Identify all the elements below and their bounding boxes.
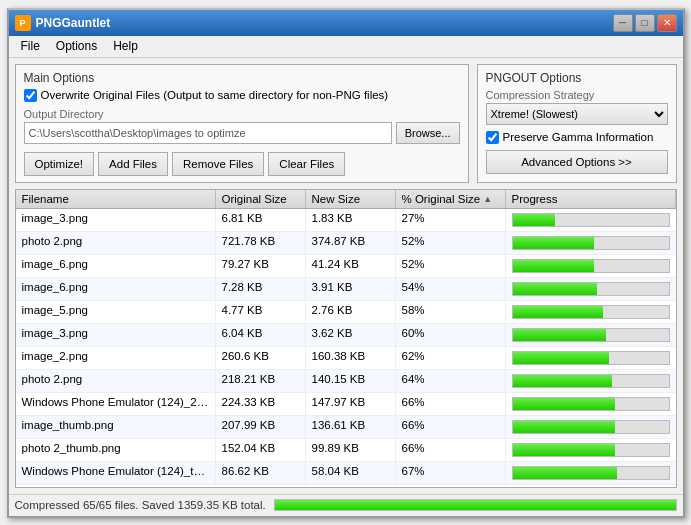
- td-original-size: 86.62 KB: [216, 462, 306, 484]
- table-row[interactable]: image_5.png 4.77 KB 2.76 KB 58%: [16, 301, 676, 324]
- window-title: PNGGauntlet: [36, 16, 111, 30]
- td-original-size: 721.78 KB: [216, 232, 306, 254]
- content-area: Main Options Overwrite Original Files (O…: [9, 58, 683, 494]
- td-progress: [506, 462, 676, 484]
- td-pct: 66%: [396, 439, 506, 461]
- table-row[interactable]: photo 2.png 218.21 KB 140.15 KB 64%: [16, 370, 676, 393]
- td-filename: image_3.png: [16, 324, 216, 346]
- td-new-size: 2.76 KB: [306, 301, 396, 323]
- td-original-size: 6.04 KB: [216, 324, 306, 346]
- td-original-size: 218.21 KB: [216, 370, 306, 392]
- td-original-size: 152.04 KB: [216, 439, 306, 461]
- progress-bar-bg: [512, 328, 670, 342]
- td-filename: image_6.png: [16, 278, 216, 300]
- table-row[interactable]: photo 2.png 721.78 KB 374.87 KB 52%: [16, 232, 676, 255]
- table-row[interactable]: image_6.png 7.28 KB 3.91 KB 54%: [16, 278, 676, 301]
- table-row[interactable]: image_2.png 260.6 KB 160.38 KB 62%: [16, 347, 676, 370]
- td-new-size: 136.61 KB: [306, 416, 396, 438]
- td-filename: Windows Phone Emulator (124)_2....: [16, 393, 216, 415]
- progress-bar-bg: [512, 374, 670, 388]
- td-pct: 60%: [396, 324, 506, 346]
- td-pct: 62%: [396, 347, 506, 369]
- td-original-size: 4.77 KB: [216, 301, 306, 323]
- td-pct: 27%: [396, 209, 506, 231]
- progress-bar-bg: [512, 236, 670, 250]
- menubar: File Options Help: [9, 36, 683, 58]
- menu-help[interactable]: Help: [105, 37, 146, 55]
- td-filename: image_2.png: [16, 347, 216, 369]
- progress-bar-fill: [513, 375, 613, 387]
- output-dir-label: Output Directory: [24, 108, 460, 120]
- action-buttons-row: Optimize! Add Files Remove Files Clear F…: [24, 152, 460, 176]
- progress-bar-fill: [513, 398, 616, 410]
- table-row[interactable]: photo 2_thumb.png 152.04 KB 99.89 KB 66%: [16, 439, 676, 462]
- td-original-size: 79.27 KB: [216, 255, 306, 277]
- menu-options[interactable]: Options: [48, 37, 105, 55]
- td-new-size: 99.89 KB: [306, 439, 396, 461]
- title-bar: P PNGGauntlet ─ □ ✕: [9, 10, 683, 36]
- td-new-size: 160.38 KB: [306, 347, 396, 369]
- table-row[interactable]: image_thumb.png 207.99 KB 136.61 KB 66%: [16, 416, 676, 439]
- remove-files-button[interactable]: Remove Files: [172, 152, 264, 176]
- sort-arrow-icon: ▲: [483, 194, 492, 204]
- status-text: Compressed 65/65 files. Saved 1359.35 KB…: [15, 499, 266, 511]
- progress-bar-bg: [512, 420, 670, 434]
- output-dir-input[interactable]: [24, 122, 392, 144]
- td-progress: [506, 232, 676, 254]
- preserve-gamma-row: Preserve Gamma Information: [486, 131, 668, 144]
- table-row[interactable]: image_3.png 6.04 KB 3.62 KB 60%: [16, 324, 676, 347]
- th-progress[interactable]: Progress: [506, 190, 676, 208]
- td-pct: 67%: [396, 462, 506, 484]
- td-progress: [506, 370, 676, 392]
- td-filename: image_6.png: [16, 255, 216, 277]
- preserve-gamma-checkbox[interactable]: [486, 131, 499, 144]
- progress-bar-fill: [513, 467, 618, 479]
- main-window: P PNGGauntlet ─ □ ✕ File Options Help Ma…: [7, 8, 685, 518]
- progress-bar-fill: [513, 237, 594, 249]
- td-new-size: 3.62 KB: [306, 324, 396, 346]
- top-panels: Main Options Overwrite Original Files (O…: [15, 64, 677, 183]
- advanced-options-button[interactable]: Advanced Options >>: [486, 150, 668, 174]
- td-new-size: 3.91 KB: [306, 278, 396, 300]
- output-dir-row: Browse...: [24, 122, 460, 144]
- th-pct-original[interactable]: % Original Size ▲: [396, 190, 506, 208]
- progress-bar-fill: [513, 329, 607, 341]
- clear-files-button[interactable]: Clear Files: [268, 152, 345, 176]
- compression-strategy-label: Compression Strategy: [486, 89, 668, 101]
- close-button[interactable]: ✕: [657, 14, 677, 32]
- td-pct: 54%: [396, 278, 506, 300]
- td-new-size: 374.87 KB: [306, 232, 396, 254]
- overwrite-label: Overwrite Original Files (Output to same…: [41, 89, 389, 101]
- progress-bar-bg: [512, 466, 670, 480]
- th-filename[interactable]: Filename: [16, 190, 216, 208]
- minimize-button[interactable]: ─: [613, 14, 633, 32]
- menu-file[interactable]: File: [13, 37, 48, 55]
- add-files-button[interactable]: Add Files: [98, 152, 168, 176]
- th-new-size[interactable]: New Size: [306, 190, 396, 208]
- table-row[interactable]: image_6.png 79.27 KB 41.24 KB 52%: [16, 255, 676, 278]
- compression-strategy-select[interactable]: Xtreme! (Slowest) Intense Longest Match …: [486, 103, 668, 125]
- table-row[interactable]: image_3.png 6.81 KB 1.83 KB 27%: [16, 209, 676, 232]
- progress-bar-bg: [512, 213, 670, 227]
- maximize-button[interactable]: □: [635, 14, 655, 32]
- table-row[interactable]: Windows Phone Emulator (124)_th... 86.62…: [16, 462, 676, 485]
- preserve-gamma-label: Preserve Gamma Information: [503, 131, 654, 143]
- td-filename: image_5.png: [16, 301, 216, 323]
- optimize-button[interactable]: Optimize!: [24, 152, 95, 176]
- td-pct: 66%: [396, 393, 506, 415]
- td-new-size: 147.97 KB: [306, 393, 396, 415]
- progress-bar-fill: [513, 421, 616, 433]
- browse-button[interactable]: Browse...: [396, 122, 460, 144]
- table-row[interactable]: Windows Phone Emulator (124)_2.... 224.3…: [16, 393, 676, 416]
- td-original-size: 7.28 KB: [216, 278, 306, 300]
- overwrite-checkbox[interactable]: [24, 89, 37, 102]
- td-filename: image_thumb.png: [16, 416, 216, 438]
- td-original-size: 224.33 KB: [216, 393, 306, 415]
- progress-bar-bg: [512, 282, 670, 296]
- td-filename: photo 2.png: [16, 232, 216, 254]
- progress-bar-fill: [513, 283, 597, 295]
- status-bar: Compressed 65/65 files. Saved 1359.35 KB…: [9, 494, 683, 516]
- td-progress: [506, 439, 676, 461]
- th-original-size[interactable]: Original Size: [216, 190, 306, 208]
- td-filename: photo 2_thumb.png: [16, 439, 216, 461]
